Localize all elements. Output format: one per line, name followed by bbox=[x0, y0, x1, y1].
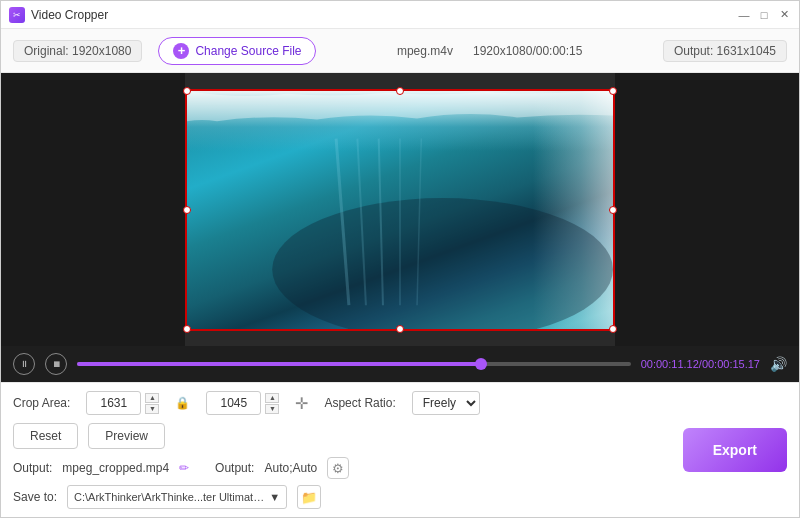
height-spinner: ▲ ▼ bbox=[265, 393, 279, 414]
time-display: 00:00:11.12/00:00:15.17 bbox=[641, 358, 760, 370]
side-panel-right bbox=[615, 73, 799, 346]
stop-icon: ⏹ bbox=[52, 359, 61, 369]
toolbar: Original: 1920x1080 + Change Source File… bbox=[1, 29, 799, 73]
width-input-group: ▲ ▼ bbox=[86, 391, 159, 415]
crop-handle-bottom-left[interactable] bbox=[183, 325, 191, 333]
change-source-button[interactable]: + Change Source File bbox=[158, 37, 316, 65]
crop-handle-top-mid[interactable] bbox=[396, 87, 404, 95]
width-spinner: ▲ ▼ bbox=[145, 393, 159, 414]
file-resolution-time: 1920x1080/00:00:15 bbox=[473, 44, 582, 58]
app-title: Video Cropper bbox=[31, 8, 737, 22]
save-path-text: C:\ArkThinker\ArkThinke...ter Ultimate\V… bbox=[74, 491, 265, 503]
file-info: mpeg.m4v 1920x1080/00:00:15 bbox=[332, 44, 646, 58]
app-window: ✂ Video Cropper — □ ✕ Original: 1920x108… bbox=[0, 0, 800, 518]
close-button[interactable]: ✕ bbox=[777, 8, 791, 22]
crop-height-input[interactable] bbox=[206, 391, 261, 415]
video-overlay-svg bbox=[187, 91, 613, 329]
video-content bbox=[187, 91, 613, 329]
bottom-left-panel: Crop Area: ▲ ▼ 🔒 ▲ ▼ bbox=[13, 391, 667, 509]
crop-handle-mid-right[interactable] bbox=[609, 206, 617, 214]
svg-point-0 bbox=[272, 198, 613, 329]
edit-filename-icon[interactable]: ✏ bbox=[179, 461, 189, 475]
output-row: Output: mpeg_cropped.mp4 ✏ Output: Auto;… bbox=[13, 457, 667, 479]
current-time: 00:00:11.12 bbox=[641, 358, 699, 370]
crop-handle-mid-left[interactable] bbox=[183, 206, 191, 214]
output-file-label: Output: bbox=[13, 461, 52, 475]
crop-area-label: Crop Area: bbox=[13, 396, 70, 410]
volume-icon[interactable]: 🔊 bbox=[770, 356, 787, 372]
window-controls: — □ ✕ bbox=[737, 8, 791, 22]
change-source-label: Change Source File bbox=[195, 44, 301, 58]
action-buttons-row: Reset Preview bbox=[13, 423, 667, 449]
side-panel-left bbox=[1, 73, 185, 346]
aspect-ratio-label: Aspect Ratio: bbox=[324, 396, 395, 410]
crop-handle-bottom-mid[interactable] bbox=[396, 325, 404, 333]
app-icon: ✂ bbox=[9, 7, 25, 23]
playback-controls: ⏸ ⏹ 00:00:11.12/00:00:15.17 🔊 bbox=[1, 346, 799, 382]
reset-button[interactable]: Reset bbox=[13, 423, 78, 449]
progress-bar[interactable] bbox=[77, 362, 631, 366]
video-frame[interactable] bbox=[185, 89, 615, 331]
output-settings-label: Output: bbox=[215, 461, 254, 475]
aspect-ratio-select[interactable]: Freely 1:1 4:3 16:9 9:16 bbox=[412, 391, 480, 415]
original-resolution-label: Original: 1920x1080 bbox=[13, 40, 142, 62]
export-button[interactable]: Export bbox=[683, 428, 787, 472]
total-time: 00:00:15.17 bbox=[702, 358, 760, 370]
crop-area-row: Crop Area: ▲ ▼ 🔒 ▲ ▼ bbox=[13, 391, 667, 415]
play-pause-icon: ⏸ bbox=[20, 359, 29, 369]
preview-button[interactable]: Preview bbox=[88, 423, 165, 449]
crop-handle-top-right[interactable] bbox=[609, 87, 617, 95]
output-filename: mpeg_cropped.mp4 bbox=[62, 461, 169, 475]
output-resolution-label: Output: 1631x1045 bbox=[663, 40, 787, 62]
crop-handle-bottom-right[interactable] bbox=[609, 325, 617, 333]
minimize-button[interactable]: — bbox=[737, 8, 751, 22]
plus-icon: + bbox=[173, 43, 189, 59]
height-down-button[interactable]: ▼ bbox=[265, 404, 279, 414]
width-up-button[interactable]: ▲ bbox=[145, 393, 159, 403]
height-up-button[interactable]: ▲ bbox=[265, 393, 279, 403]
maximize-button[interactable]: □ bbox=[757, 8, 771, 22]
bottom-controls: Crop Area: ▲ ▼ 🔒 ▲ ▼ bbox=[1, 382, 799, 517]
output-settings-value: Auto;Auto bbox=[264, 461, 317, 475]
height-input-group: ▲ ▼ bbox=[206, 391, 279, 415]
file-format: mpeg.m4v bbox=[397, 44, 453, 58]
lock-icon[interactable]: 🔒 bbox=[175, 396, 190, 410]
title-bar: ✂ Video Cropper — □ ✕ bbox=[1, 1, 799, 29]
path-dropdown-icon: ▼ bbox=[269, 491, 280, 503]
open-folder-button[interactable]: 📁 bbox=[297, 485, 321, 509]
bottom-wrapper: Crop Area: ▲ ▼ 🔒 ▲ ▼ bbox=[13, 391, 787, 509]
move-icon[interactable]: ✛ bbox=[295, 394, 308, 413]
save-path-selector[interactable]: C:\ArkThinker\ArkThinke...ter Ultimate\V… bbox=[67, 485, 287, 509]
video-area bbox=[1, 73, 799, 346]
save-to-label: Save to: bbox=[13, 490, 57, 504]
width-down-button[interactable]: ▼ bbox=[145, 404, 159, 414]
bottom-right-panel: Export bbox=[667, 391, 787, 509]
crop-width-input[interactable] bbox=[86, 391, 141, 415]
crop-handle-top-left[interactable] bbox=[183, 87, 191, 95]
progress-fill bbox=[77, 362, 481, 366]
play-pause-button[interactable]: ⏸ bbox=[13, 353, 35, 375]
settings-gear-button[interactable]: ⚙ bbox=[327, 457, 349, 479]
save-to-row: Save to: C:\ArkThinker\ArkThinke...ter U… bbox=[13, 485, 667, 509]
stop-button[interactable]: ⏹ bbox=[45, 353, 67, 375]
progress-thumb[interactable] bbox=[475, 358, 487, 370]
